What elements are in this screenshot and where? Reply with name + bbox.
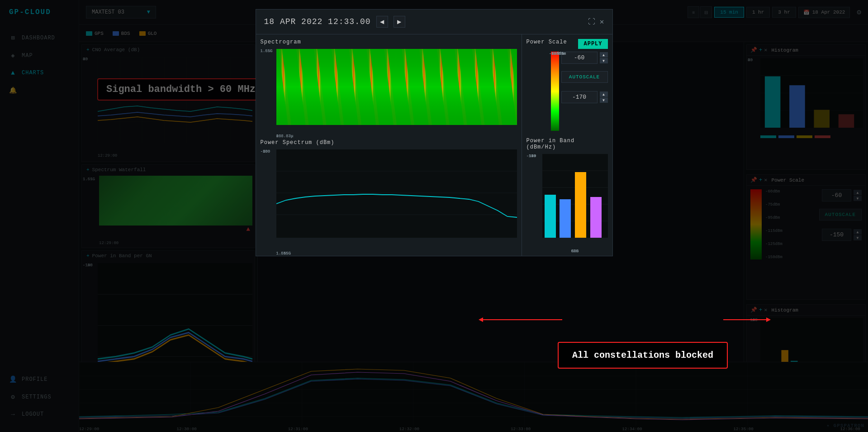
- modal-overlay: 18 APR 2022 12:33.00 ◀ ▶ ⛶ ✕ Spectrogram…: [0, 0, 868, 432]
- pib-svg: [542, 154, 608, 238]
- modal-upper-scale-row: ▲ ▼: [561, 52, 608, 64]
- svg-rect-61: [560, 199, 571, 238]
- modal-color-scale: [551, 52, 559, 131]
- spectrogram-title: Spectrogram: [261, 39, 517, 45]
- modal-upper-scale-input[interactable]: [561, 52, 598, 64]
- power-in-band-chart: [542, 154, 608, 238]
- power-in-band-container: -100 -110 -120 -130 -140 -150: [526, 154, 608, 249]
- constellations-box: All constellations blocked: [558, 342, 728, 369]
- svg-rect-63: [590, 197, 602, 238]
- constellations-annotation: All constellations blocked: [558, 342, 728, 369]
- ps-x-615: 1.615G: [276, 251, 291, 256]
- modal: 18 APR 2022 12:33.00 ◀ ▶ ⛶ ✕ Spectrogram…: [256, 9, 613, 256]
- pib-y-150: -150: [526, 154, 536, 158]
- power-in-band-section: Power in Band (dBm/Hz) -100 -110 -120 -1…: [526, 138, 608, 249]
- modal-timestamp: 18 APR 2022 12:33.00: [264, 17, 371, 26]
- apply-btn[interactable]: APPLY: [578, 39, 607, 49]
- modal-autoscale-btn[interactable]: AUTOSCALE: [561, 71, 608, 83]
- power-spectrum-section: Power Spectrum (dBm) -40 -70 -100 -130: [261, 139, 517, 251]
- scale-170: -170dBm: [549, 52, 566, 56]
- modal-right: Power Scale APPLY -60dBm -75dBm -95dBm -…: [522, 34, 612, 256]
- power-spectrum-title: Power Spectrum (dBm): [261, 139, 517, 146]
- spec-x-end: 266.67μ: [276, 134, 294, 139]
- ps-y-130: -130: [261, 149, 270, 154]
- svg-rect-60: [545, 195, 556, 238]
- modal-lower-scale-input[interactable]: [561, 91, 598, 103]
- modal-fullscreen-icon[interactable]: ⛶: [588, 18, 595, 26]
- spectrogram-display: [276, 49, 517, 125]
- modal-close-icon[interactable]: ✕: [600, 17, 604, 26]
- modal-header: 18 APR 2022 12:33.00 ◀ ▶ ⛶ ✕: [256, 10, 612, 34]
- modal-lower-down-btn[interactable]: ▼: [600, 97, 608, 103]
- modal-power-scale: Power Scale APPLY -60dBm -75dBm -95dBm -…: [526, 39, 608, 131]
- modal-lower-up-btn[interactable]: ▲: [600, 91, 608, 97]
- svg-rect-51: [276, 149, 517, 238]
- modal-upper-up-btn[interactable]: ▲: [600, 52, 608, 58]
- spectrogram-section: Spectrogram 1.61G 1.55G 0: [261, 39, 517, 134]
- spectrogram-container: 1.61G 1.55G 0 133.33μ 266.67μ: [261, 49, 517, 134]
- pib-x-gal: GAL: [571, 249, 579, 254]
- modal-power-scale-title: Power Scale: [526, 39, 567, 45]
- modal-prev-btn[interactable]: ◀: [376, 16, 388, 28]
- power-spectrum-container: -40 -70 -100 -130: [261, 149, 517, 251]
- spec-y-bot: 1.55G: [261, 49, 273, 53]
- modal-next-btn[interactable]: ▶: [394, 16, 405, 28]
- power-in-band-title: Power in Band (dBm/Hz): [526, 138, 608, 150]
- modal-body: Spectrogram 1.61G 1.55G 0: [256, 34, 612, 256]
- svg-rect-62: [575, 172, 586, 238]
- modal-header-right: ⛶ ✕: [588, 17, 604, 26]
- modal-upper-down-btn[interactable]: ▼: [600, 58, 608, 63]
- power-spectrum-chart: [276, 149, 517, 238]
- modal-lower-scale-row: ▲ ▼: [561, 91, 608, 103]
- modal-left: Spectrogram 1.61G 1.55G 0: [256, 34, 522, 256]
